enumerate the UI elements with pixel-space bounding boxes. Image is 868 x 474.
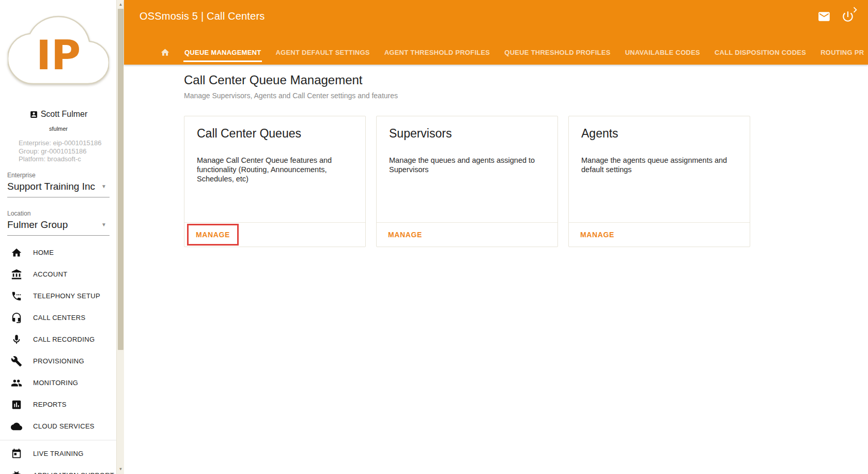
- card-title: Call Center Queues: [197, 127, 353, 141]
- card-description: Manage Call Center Queue features and fu…: [197, 156, 351, 184]
- sidebar-item-live-training[interactable]: LIVE TRAINING: [0, 443, 117, 465]
- user-name: Scott Fulmer: [41, 110, 88, 119]
- card-footer: MANAGE: [569, 222, 750, 247]
- user-display: Scott Fulmer: [0, 110, 117, 119]
- sidebar-item-label: CLOUD SERVICES: [33, 422, 95, 430]
- app-header: OSSmosis 5 | Call Centers QUEUE MANAGEME…: [124, 0, 868, 65]
- card-footer: MANAGE: [377, 222, 557, 247]
- card-description: Manage the agents queue assignments and …: [581, 156, 735, 174]
- sidebar-item-label: PROVISIONING: [33, 357, 84, 365]
- card-title: Supervisors: [389, 127, 545, 141]
- enterprise-select-label: Enterprise: [7, 172, 110, 179]
- sidebar-item-reports[interactable]: REPORTS: [0, 394, 117, 416]
- page-content: Call Center Queue Management Manage Supe…: [124, 65, 868, 247]
- tab-queue-threshold-profiles[interactable]: QUEUE THRESHOLD PROFILES: [503, 42, 611, 62]
- user-username: sfulmer: [0, 126, 117, 132]
- microphone-icon: [11, 334, 22, 345]
- location-select-group: Location Fulmer Group ▼: [7, 210, 110, 236]
- tab-call-disposition-codes[interactable]: CALL DISPOSITION CODES: [714, 42, 807, 62]
- sidebar-item-call-centers[interactable]: CALL CENTERS: [0, 307, 117, 329]
- sidebar-nav: HOME ACCOUNT TELEPHONY SETUP: [0, 242, 117, 474]
- chevron-down-icon: ▼: [101, 184, 109, 189]
- main-area: OSSmosis 5 | Call Centers QUEUE MANAGEME…: [124, 0, 868, 474]
- sidebar-item-call-recording[interactable]: CALL RECORDING: [0, 329, 117, 350]
- scrollbar-up-arrow[interactable]: ▲: [117, 1, 125, 8]
- scrollbar-down-arrow[interactable]: ▼: [117, 466, 125, 473]
- sidebar-item-label: ACCOUNT: [33, 270, 67, 278]
- user-enterprise-id: Enterprise: eip-0001015186: [19, 139, 117, 147]
- sidebar-item-label: CALL CENTERS: [33, 314, 85, 322]
- people-icon: [11, 377, 22, 389]
- chevron-down-icon: ▼: [101, 222, 109, 227]
- sidebar: IP Scott Fulmer sfulmer Enterprise: eip-…: [0, 0, 124, 474]
- tab-unavailable-codes[interactable]: UNAVAILABLE CODES: [624, 42, 701, 62]
- home-tab-icon[interactable]: [160, 48, 170, 57]
- manage-box: MANAGE: [379, 224, 431, 246]
- manage-agents-button[interactable]: MANAGE: [573, 225, 622, 244]
- card-footer: MANAGE: [184, 222, 365, 247]
- sidebar-item-cloud-services[interactable]: CLOUD SERVICES: [0, 416, 117, 437]
- sidebar-item-label: CALL RECORDING: [33, 335, 95, 343]
- card-row: Call Center Queues Manage Call Center Qu…: [184, 116, 868, 247]
- sidebar-item-label: LIVE TRAINING: [33, 450, 84, 457]
- tab-routing-profiles[interactable]: ROUTING PR: [819, 42, 865, 62]
- nav-divider: [0, 440, 117, 440]
- calendar-icon: [11, 448, 22, 460]
- card-call-center-queues: Call Center Queues Manage Call Center Qu…: [184, 116, 366, 247]
- user-platform: Platform: broadsoft-c: [19, 155, 117, 163]
- page-title: Call Center Queue Management: [184, 73, 868, 87]
- logo-ip-text: IP: [36, 32, 81, 79]
- app-window: IP Scott Fulmer sfulmer Enterprise: eip-…: [0, 0, 868, 474]
- user-details: Enterprise: eip-0001015186 Group: gr-000…: [19, 139, 117, 163]
- sidebar-item-label: TELEPHONY SETUP: [33, 292, 100, 300]
- manage-highlight-box: MANAGE: [187, 224, 239, 246]
- sidebar-scrollbar[interactable]: ▲ ▼: [116, 0, 124, 474]
- sidebar-item-account[interactable]: ACCOUNT: [0, 264, 117, 285]
- bar-chart-icon: [11, 399, 22, 410]
- card-agents: Agents Manage the agents queue assignmen…: [568, 116, 750, 247]
- wrench-icon: [11, 356, 22, 367]
- card-title: Agents: [581, 127, 737, 141]
- cloud-logo-icon: IP: [8, 11, 109, 87]
- card-supervisors: Supervisors Manage the queues and agents…: [376, 116, 558, 247]
- scrollbar-thumb[interactable]: [118, 9, 123, 350]
- bug-icon: [11, 470, 22, 474]
- chevron-right-icon[interactable]: [849, 4, 861, 16]
- sidebar-item-monitoring[interactable]: MONITORING: [0, 372, 117, 394]
- phone-settings-icon: [11, 290, 22, 302]
- page-subtitle: Manage Supervisors, Agents and Call Cent…: [184, 91, 868, 100]
- bank-icon: [11, 269, 22, 280]
- card-description: Manage the queues and agents assigned to…: [389, 156, 543, 174]
- enterprise-select-group: Enterprise Support Training Inc ▼: [7, 172, 110, 197]
- sidebar-item-telephony-setup[interactable]: TELEPHONY SETUP: [0, 285, 117, 307]
- cloud-icon: [11, 421, 22, 432]
- account-box-icon: [29, 110, 38, 119]
- location-select[interactable]: Fulmer Group ▼: [7, 218, 110, 236]
- sidebar-item-provisioning[interactable]: PROVISIONING: [0, 350, 117, 372]
- sidebar-item-label: APPLICATION SUPPORT: [33, 471, 114, 474]
- manage-box: MANAGE: [571, 224, 623, 246]
- manage-supervisors-button[interactable]: MANAGE: [381, 225, 429, 244]
- user-group-id: Group: gr-0001015186: [19, 147, 117, 156]
- sidebar-item-label: REPORTS: [33, 401, 67, 408]
- company-logo: IP: [8, 11, 109, 89]
- mail-icon[interactable]: [817, 10, 831, 23]
- location-select-value: Fulmer Group: [7, 219, 68, 231]
- tab-queue-management[interactable]: QUEUE MANAGEMENT: [183, 42, 262, 62]
- app-title: OSSmosis 5 | Call Centers: [140, 10, 265, 22]
- headset-icon: [11, 312, 22, 324]
- home-icon: [11, 247, 22, 258]
- enterprise-select[interactable]: Support Training Inc ▼: [7, 179, 110, 197]
- tab-bar: QUEUE MANAGEMENT AGENT DEFAULT SETTINGS …: [124, 42, 868, 63]
- sidebar-item-home[interactable]: HOME: [0, 242, 117, 264]
- tab-agent-default-settings[interactable]: AGENT DEFAULT SETTINGS: [274, 42, 370, 62]
- sidebar-item-label: HOME: [33, 249, 54, 256]
- sidebar-item-label: MONITORING: [33, 379, 78, 387]
- tab-agent-threshold-profiles[interactable]: AGENT THRESHOLD PROFILES: [383, 42, 491, 62]
- manage-queues-button[interactable]: MANAGE: [189, 225, 237, 244]
- sidebar-item-application-support[interactable]: APPLICATION SUPPORT: [0, 465, 117, 474]
- location-select-label: Location: [7, 210, 110, 217]
- enterprise-select-value: Support Training Inc: [7, 181, 95, 192]
